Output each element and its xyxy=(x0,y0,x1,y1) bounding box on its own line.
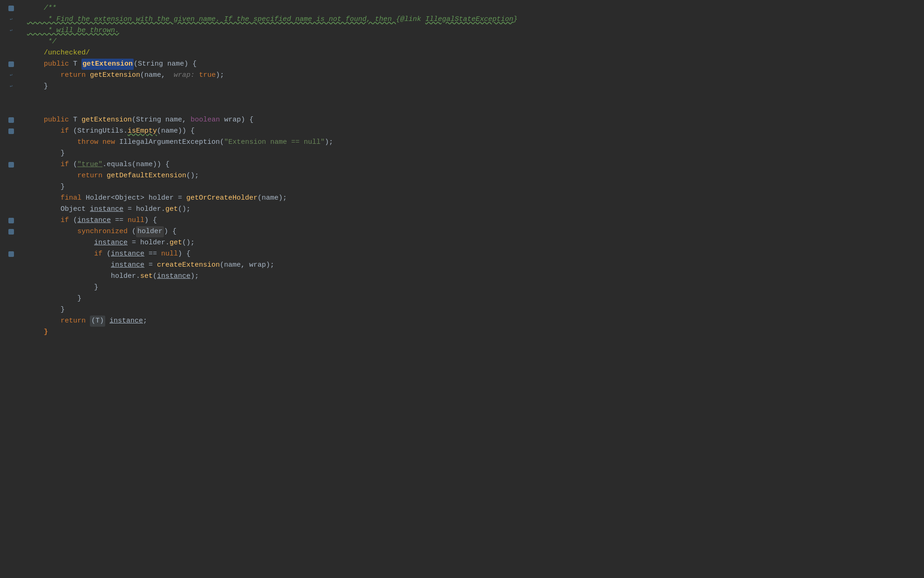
indent-8: } xyxy=(27,81,48,92)
comment-link-ref: IllegalStateException xyxy=(425,14,513,25)
gutter-line-21 xyxy=(0,226,22,237)
gutter-line-3: ↩ xyxy=(0,25,22,36)
comment-thrown: * will be thrown. xyxy=(27,25,119,36)
line-29: return (T) instance; xyxy=(27,316,924,327)
space-6b xyxy=(163,59,167,69)
close-6: ) { xyxy=(184,59,197,69)
gutter-line-16 xyxy=(0,170,22,181)
space-12a: (StringUtils. xyxy=(69,126,128,136)
line-1: /** xyxy=(27,3,924,14)
line-9 xyxy=(27,92,924,103)
indent-7 xyxy=(27,70,61,81)
gutter-line-23 xyxy=(0,249,22,260)
space-29a xyxy=(86,316,90,326)
kw-if-12: if xyxy=(61,126,69,136)
kw-if-23: if xyxy=(94,249,102,259)
gutter-line-24 xyxy=(0,260,22,271)
semi-13: ); xyxy=(325,137,333,148)
gutter-line-11 xyxy=(0,114,22,126)
line-27: } xyxy=(27,293,924,304)
var-instance-20: instance xyxy=(77,215,111,226)
indent-30 xyxy=(27,327,44,337)
comment-link-end: } xyxy=(513,14,517,25)
var-holder-21-highlight: holder xyxy=(136,226,164,237)
type-string-6: String xyxy=(138,59,163,69)
gutter-line-22 xyxy=(0,237,22,249)
kw-null-20: null xyxy=(128,215,144,226)
space-18a: Holder<Object> holder = xyxy=(82,193,186,203)
close-23: ) { xyxy=(178,249,190,259)
method-getextension-2: getExtension xyxy=(82,114,132,125)
gutter-line-20 xyxy=(0,215,22,226)
indent-19: Object xyxy=(27,204,90,215)
close-21: ) { xyxy=(164,226,177,237)
kw-null-23: null xyxy=(161,249,178,259)
kw-true-7: true xyxy=(199,70,216,81)
bookmark-11 xyxy=(8,117,14,123)
space-6a: T xyxy=(69,59,82,69)
space-15a: ( xyxy=(69,159,77,170)
line-17: } xyxy=(27,181,924,193)
line-3: * will be thrown. xyxy=(27,25,924,36)
args-18: (name); xyxy=(258,193,287,203)
space-19a: = holder. xyxy=(123,204,165,215)
bookmark-1 xyxy=(8,6,14,11)
comment-end: */ xyxy=(27,36,56,47)
line-8: } xyxy=(27,81,924,92)
indent-16 xyxy=(27,170,77,181)
line-22: instance = holder.get(); xyxy=(27,237,924,249)
indent-27: } xyxy=(27,293,82,304)
line-6: public T getExtension(String name) { xyxy=(27,59,924,70)
dot-15: .equals(name)) { xyxy=(102,159,170,170)
args-12: (name)) { xyxy=(157,126,195,136)
kw-return-29: return xyxy=(61,316,86,326)
gutter-line-10 xyxy=(0,103,22,114)
semi-25: ); xyxy=(190,271,199,282)
gutter-line-19 xyxy=(0,204,22,215)
space-23b: == xyxy=(144,249,161,259)
kw-if-15: if xyxy=(61,159,69,170)
closing-brace-30: } xyxy=(44,327,48,337)
indent-24 xyxy=(27,260,111,270)
indent-15 xyxy=(27,159,61,170)
line-23: if (instance == null) { xyxy=(27,249,924,260)
kw-return-16: return xyxy=(77,170,102,181)
line-16: return getDefaultExtension(); xyxy=(27,170,924,181)
indent-14: } xyxy=(27,148,65,159)
line-2: * Find the extension with the given name… xyxy=(27,14,924,25)
var-instance-22: instance xyxy=(94,237,128,248)
line-25: holder.set(instance); xyxy=(27,271,924,282)
gutter-line-2: ↩ xyxy=(0,14,22,25)
line-19: Object instance = holder.get(); xyxy=(27,204,924,215)
paren-25: ( xyxy=(153,271,157,282)
space-7a xyxy=(86,70,90,81)
indent-12 xyxy=(27,126,61,136)
param-hint-wrap: wrap: xyxy=(174,70,195,81)
cast-t-29: (T) xyxy=(90,316,105,326)
string-13: "Extension name == null" xyxy=(224,137,325,148)
var-instance-25: instance xyxy=(157,271,190,282)
gutter-line-14 xyxy=(0,148,22,159)
indent-26: } xyxy=(27,282,98,293)
kw-new-13: new xyxy=(102,137,115,148)
wrap-icon-8: ↩ xyxy=(10,83,13,90)
code-content: ↩ ↩ ↩ ↩ xyxy=(0,0,924,578)
bookmark-20 xyxy=(8,218,14,223)
space-13b: IllegalArgumentException( xyxy=(115,137,224,148)
gutter-line-29 xyxy=(0,316,22,327)
line-12: if (StringUtils.isEmpty(name)) { xyxy=(27,126,924,137)
space-24a: = xyxy=(144,260,157,270)
space-11b: name, xyxy=(161,114,190,125)
method-createextension-24: createExtension xyxy=(157,260,220,270)
gutter-line-12 xyxy=(0,126,22,137)
bookmark-23 xyxy=(8,251,14,257)
gutter-line-15 xyxy=(0,159,22,170)
gutter-line-8: ↩ xyxy=(0,81,22,92)
paren-11: ( xyxy=(132,114,136,125)
line-30: } xyxy=(27,327,924,338)
annotation-unchecked: /unchecked/ xyxy=(27,47,90,58)
gutter-line-30 xyxy=(0,327,22,338)
var-instance-24: instance xyxy=(111,260,144,270)
var-instance-23: instance xyxy=(111,249,144,259)
line-26: } xyxy=(27,282,924,293)
